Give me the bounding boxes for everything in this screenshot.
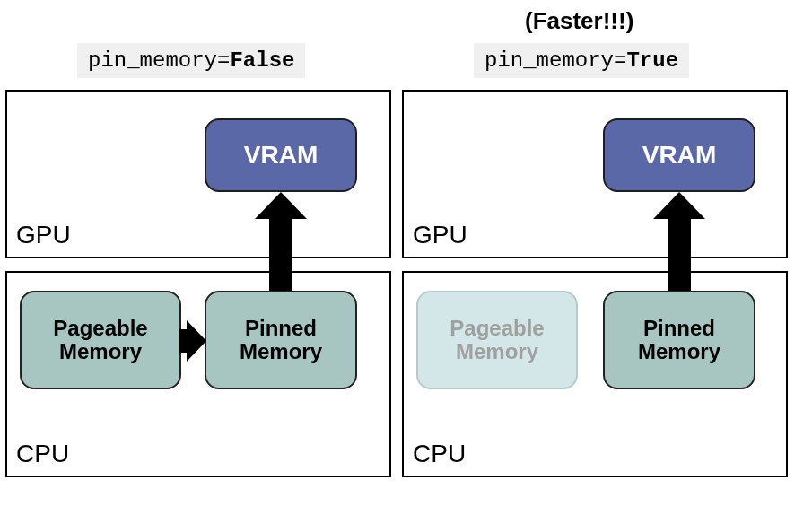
code-label-false: pin_memory=False (77, 43, 305, 78)
cpu-label-right: CPU (413, 440, 466, 468)
code-value-right: True (626, 48, 678, 73)
gpu-label-left: GPU (16, 221, 71, 249)
pinned-memory-left: Pinned Memory (205, 291, 357, 389)
gpu-label-right: GPU (413, 221, 467, 249)
code-param-right: pin_memory= (485, 48, 626, 73)
diagram-root: (Faster!!!) pin_memory=False pin_memory=… (0, 0, 812, 515)
cpu-label-left: CPU (16, 440, 69, 468)
arrow-pageable-to-pinned-icon (179, 329, 188, 353)
arrow-pinned-to-vram-right-icon (668, 217, 691, 291)
vram-box-left: VRAM (205, 118, 357, 192)
arrow-pinned-to-vram-left-icon (269, 217, 292, 291)
code-label-true: pin_memory=True (474, 43, 689, 78)
faster-annotation: (Faster!!!) (525, 7, 633, 35)
code-param-left: pin_memory= (88, 48, 230, 73)
code-value-left: False (230, 48, 294, 73)
pageable-memory-right-faded: Pageable Memory (416, 291, 578, 389)
pageable-memory-left: Pageable Memory (20, 291, 181, 389)
vram-box-right: VRAM (603, 118, 755, 192)
pinned-memory-right: Pinned Memory (603, 291, 755, 389)
